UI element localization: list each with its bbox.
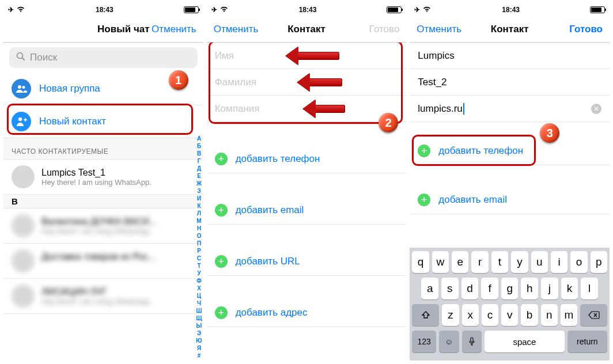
key-d[interactable]: d bbox=[461, 278, 479, 299]
svg-point-3 bbox=[22, 86, 25, 89]
navbar: Отменить Контакт Готово bbox=[207, 16, 407, 43]
status-bar: ✈ 18:43 bbox=[3, 3, 203, 16]
battery-icon bbox=[387, 6, 402, 13]
key-r[interactable]: r bbox=[471, 251, 488, 273]
key-z[interactable]: z bbox=[442, 304, 459, 326]
new-contact-row[interactable]: Новый контакт bbox=[3, 105, 203, 138]
battery-icon bbox=[590, 6, 605, 13]
key-e[interactable]: e bbox=[452, 251, 468, 273]
add-phone-row[interactable]: +добавить телефон bbox=[207, 145, 407, 173]
new-contact-label: Новый контакт bbox=[39, 116, 106, 127]
status-time: 18:43 bbox=[299, 6, 317, 14]
add-address-row[interactable]: +добавить адрес bbox=[207, 299, 407, 327]
key-o[interactable]: o bbox=[570, 251, 587, 273]
key-j[interactable]: j bbox=[541, 278, 558, 299]
status-time: 18:43 bbox=[502, 6, 520, 14]
first-name-placeholder: Имя bbox=[215, 50, 234, 62]
company-placeholder: Компания bbox=[215, 103, 260, 115]
key-x[interactable]: x bbox=[462, 304, 479, 326]
key-q[interactable]: q bbox=[412, 251, 429, 273]
key-g[interactable]: g bbox=[501, 278, 519, 299]
navbar: Отменить Контакт Готово bbox=[410, 16, 610, 43]
cancel-button[interactable]: Отменить bbox=[152, 24, 196, 35]
done-button[interactable]: Готово bbox=[369, 24, 400, 35]
done-button[interactable]: Готово bbox=[569, 24, 603, 35]
mic-key[interactable] bbox=[462, 331, 482, 352]
space-key[interactable]: space bbox=[485, 331, 565, 352]
cancel-button[interactable]: Отменить bbox=[214, 24, 259, 35]
key-l[interactable]: l bbox=[581, 278, 598, 299]
shift-key[interactable] bbox=[412, 304, 439, 326]
backspace-key[interactable] bbox=[580, 304, 607, 326]
key-w[interactable]: w bbox=[432, 251, 449, 273]
last-name-field[interactable]: Test_2 bbox=[410, 69, 610, 96]
add-email-label: добавить email bbox=[438, 194, 507, 206]
key-i[interactable]: i bbox=[551, 251, 567, 273]
svg-point-4 bbox=[18, 117, 22, 121]
clear-icon[interactable]: ✕ bbox=[591, 104, 601, 114]
add-phone-row[interactable]: +добавить телефон bbox=[410, 137, 610, 165]
arrow-icon bbox=[296, 52, 339, 60]
plus-icon: + bbox=[215, 153, 228, 165]
airplane-icon: ✈ bbox=[414, 6, 420, 14]
add-email-row[interactable]: +добавить email bbox=[410, 186, 610, 214]
wifi-icon bbox=[220, 6, 229, 14]
letter-header: В bbox=[3, 195, 203, 208]
status-bar: ✈ 18:43 bbox=[207, 3, 407, 16]
key-s[interactable]: s bbox=[441, 278, 459, 299]
key-b[interactable]: b bbox=[521, 304, 538, 326]
key-m[interactable]: m bbox=[561, 304, 577, 326]
status-time: 18:43 bbox=[96, 6, 113, 14]
cancel-button[interactable]: Отменить bbox=[417, 24, 461, 35]
company-value: lumpics.ru bbox=[418, 103, 462, 115]
first-name-field[interactable]: Lumpics bbox=[410, 43, 610, 69]
key-f[interactable]: f bbox=[481, 278, 498, 299]
add-email-row[interactable]: +добавить email bbox=[207, 196, 407, 225]
key-h[interactable]: h bbox=[521, 278, 538, 299]
return-key[interactable]: return bbox=[567, 331, 607, 352]
keyboard[interactable]: qwertyuiop asdfghjkl zxcvbnm 123 ☺ space… bbox=[410, 248, 610, 361]
key-t[interactable]: t bbox=[491, 251, 508, 273]
123-key[interactable]: 123 bbox=[412, 331, 436, 352]
key-a[interactable]: a bbox=[421, 278, 438, 299]
emoji-key[interactable]: ☺ bbox=[439, 331, 459, 352]
airplane-icon: ✈ bbox=[8, 6, 14, 14]
contact-row[interactable]: Доставка товаров из Рос... bbox=[3, 244, 203, 279]
wifi-icon bbox=[422, 6, 432, 14]
plus-icon: + bbox=[215, 255, 228, 268]
plus-icon: + bbox=[215, 204, 228, 217]
key-u[interactable]: u bbox=[531, 251, 548, 273]
key-k[interactable]: k bbox=[561, 278, 578, 299]
screen-new-contact-blank: ✈ 18:43 Отменить Контакт Готово Имя Фами… bbox=[207, 3, 407, 361]
contact-row[interactable]: Валентина ДОЧКА ВАСИ...Hey there! I am u… bbox=[3, 208, 203, 244]
screen-new-chat: ✈ 18:43 Новый чат Отменить Поиск Новая г… bbox=[3, 3, 203, 361]
frequent-header: ЧАСТО КОНТАКТИРУЕМЫЕ bbox=[3, 138, 203, 160]
alpha-index[interactable]: АБВГДЕЖЗИКЛМНОПРСТУФХЦЧШЩЫЭЮЯ# bbox=[196, 135, 202, 359]
contact-status: Hey there! I am using WhatsApp. bbox=[41, 178, 152, 187]
key-y[interactable]: y bbox=[511, 251, 528, 273]
svg-point-2 bbox=[18, 85, 21, 89]
key-n[interactable]: n bbox=[541, 304, 558, 326]
key-p[interactable]: p bbox=[591, 251, 607, 273]
contact-name: Lumpics Test_1 bbox=[41, 168, 152, 178]
contact-row[interactable]: ЛИСИЦИН ЛУГHey there! I am using WhatsAp… bbox=[3, 279, 203, 314]
avatar bbox=[12, 165, 35, 188]
add-url-label: добавить URL bbox=[236, 256, 300, 267]
svg-rect-5 bbox=[471, 338, 473, 342]
plus-icon: + bbox=[418, 194, 430, 206]
step-badge-1: 1 bbox=[169, 70, 188, 90]
key-c[interactable]: c bbox=[482, 304, 498, 326]
add-url-row[interactable]: +добавить URL bbox=[207, 248, 407, 276]
battery-icon bbox=[184, 6, 199, 13]
search-icon bbox=[16, 52, 25, 63]
add-phone-label: добавить телефон bbox=[438, 145, 523, 157]
screen-new-contact-filled: ✈ 18:43 Отменить Контакт Готово Lumpics … bbox=[410, 3, 610, 361]
svg-line-1 bbox=[22, 58, 25, 60]
new-group-label: Новая группа bbox=[39, 83, 100, 94]
contact-row[interactable]: Lumpics Test_1 Hey there! I am using Wha… bbox=[3, 160, 203, 195]
search-input[interactable]: Поиск bbox=[9, 47, 198, 68]
company-field[interactable]: lumpics.ru✕ bbox=[410, 96, 610, 122]
plus-icon: + bbox=[215, 306, 228, 319]
key-v[interactable]: v bbox=[501, 304, 518, 326]
people-icon bbox=[12, 79, 31, 98]
